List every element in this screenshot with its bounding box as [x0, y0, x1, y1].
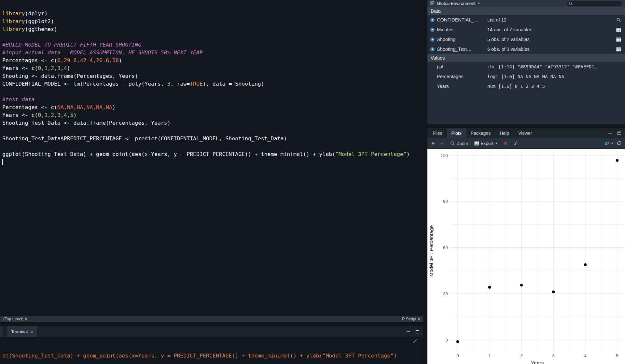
env-row[interactable]: palchr [1:14] "#899DA4" "#C93312" "#FAEF… [427, 62, 625, 72]
x-tick-label: 3 [552, 353, 554, 358]
plots-toolbar: Zoom Export × [427, 138, 625, 149]
code-line[interactable]: Years <- c(0,1,2,3,4) [2, 64, 423, 72]
export-image-icon [474, 141, 479, 146]
env-row[interactable]: Shooting5 obs. of 2 variables [427, 35, 625, 44]
broom-icon [513, 141, 518, 146]
export-button[interactable]: Export [474, 141, 498, 146]
minimize-icon[interactable] [607, 131, 613, 136]
table-view-icon[interactable] [616, 37, 621, 42]
remove-plot-button[interactable]: × [504, 140, 507, 146]
object-value: logi [1:6] NA NA NA NA NA NA [487, 74, 621, 79]
object-value: List of 12 [487, 17, 614, 22]
environment-cube-icon [430, 1, 435, 7]
code-line[interactable]: Shooting <- data.frame(Percentages, Year… [2, 72, 423, 80]
source-editor-pane[interactable]: library(dplyr)library(ggplot2)library(gg… [0, 0, 423, 322]
object-value: 14 obs. of 7 variables [487, 27, 614, 32]
remove-plot-x-icon: × [504, 140, 507, 146]
code-line[interactable]: library(ggthemes) [2, 25, 423, 33]
object-name: pal [437, 64, 485, 69]
expand-icon[interactable] [430, 37, 435, 42]
object-name: Shooting [437, 37, 485, 42]
expand-icon[interactable] [430, 18, 435, 22]
file-type-button[interactable]: R Script [402, 317, 420, 321]
environment-scope-selector[interactable]: Global Environment [437, 1, 480, 6]
object-value: num [1:6] 0 1 2 3 4 5 [487, 84, 621, 89]
code-line[interactable] [2, 33, 423, 41]
env-row[interactable]: Shooting_Test…6 obs. of 3 variables [427, 44, 625, 54]
environment-search-input[interactable] [574, 1, 620, 6]
data-point [584, 263, 587, 266]
code-line[interactable] [2, 88, 423, 96]
expand-icon[interactable] [430, 28, 435, 32]
code-line[interactable]: library(dplyr) [2, 10, 423, 18]
code-line[interactable]: #BUILD MODEL TO PREDICT FIFTH YEAR SHOOT… [2, 41, 423, 49]
forward-button[interactable] [439, 141, 444, 146]
zoom-label: Zoom [457, 141, 468, 146]
object-name: Percentages [437, 74, 485, 79]
code-line[interactable]: Percentages <- c(NA,NA,NA,NA,NA,NA) [2, 104, 423, 111]
back-arrow-icon [431, 141, 436, 146]
chevron-down-icon [478, 3, 480, 4]
object-value: 6 obs. of 3 variables [487, 47, 614, 52]
export-label: Export [481, 141, 493, 146]
code-line[interactable]: library(ggplot2) [2, 18, 423, 25]
terminal-tab-bar: Terminal × [0, 326, 423, 337]
code-line[interactable]: #input actual data - MODEL ASSUMPTION, H… [2, 49, 423, 57]
zoom-magnifier-icon [450, 141, 455, 146]
tab-files[interactable]: Files [428, 128, 447, 138]
environment-search-box[interactable] [566, 1, 622, 6]
maximize-icon[interactable] [415, 329, 420, 334]
env-row[interactable]: Percentageslogi [1:6] NA NA NA NA NA NA [427, 72, 625, 81]
object-value: chr [1:14] "#899DA4" "#C93312" "#FAEFD1… [487, 64, 621, 69]
code-line[interactable]: Shooting_Test_Data$PREDICT_PERCENTAGE <-… [2, 135, 423, 143]
env-section-header: Data [427, 7, 625, 15]
tab-terminal[interactable]: Terminal × [7, 326, 37, 337]
terminal-body[interactable]: ot(Shooting_Test_Data) + geom_point(aes(… [0, 337, 423, 364]
plots-tab-bar: FilesPlotsPackagesHelpViewer [427, 128, 625, 138]
tab-viewer[interactable]: Viewer [514, 128, 537, 138]
object-name: Minutes [437, 27, 485, 32]
data-point [488, 286, 491, 289]
code-area[interactable]: library(dplyr)library(ggplot2)library(gg… [2, 10, 423, 166]
tab-help[interactable]: Help [495, 128, 514, 138]
close-icon[interactable]: × [31, 329, 33, 334]
code-line[interactable]: Shooting_Test_Data <- data.frame(Percent… [2, 119, 423, 127]
scope-navigator-label: (Top Level) [3, 317, 23, 321]
publish-button[interactable] [604, 141, 614, 146]
refresh-button[interactable] [617, 141, 622, 146]
x-tick-label: 1 [488, 353, 491, 358]
chevron-down-icon [495, 143, 498, 144]
object-name: CONFIDENTIAL_… [437, 17, 485, 22]
text-cursor [2, 159, 3, 165]
terminal-pane: Terminal × ot(Shooting_Test_Data) + geom… [0, 326, 423, 364]
tab-packages[interactable]: Packages [466, 128, 495, 138]
env-row[interactable]: Yearsnum [1:6] 0 1 2 3 4 5 [427, 81, 625, 91]
table-view-icon[interactable] [616, 47, 621, 51]
code-line[interactable] [2, 143, 423, 150]
env-section-header: Values [427, 54, 625, 62]
code-line[interactable] [2, 127, 423, 135]
env-row[interactable]: CONFIDENTIAL_…List of 12 [427, 15, 625, 25]
maximize-icon[interactable] [617, 131, 622, 136]
inspect-icon[interactable] [616, 18, 621, 22]
code-line[interactable]: ggplot(Shooting_Test_Data) + geom_point(… [2, 150, 423, 158]
code-line[interactable]: Percentages <- c(0,29.6,42.4,26.6,50) [2, 57, 423, 64]
code-line[interactable] [2, 158, 423, 166]
code-line[interactable]: Years <- c(0,1,2,3,4,5) [2, 111, 423, 119]
clear-plots-button[interactable] [513, 141, 518, 146]
minimize-icon[interactable] [406, 329, 411, 334]
console-tab-partial[interactable] [0, 326, 3, 337]
tab-plots[interactable]: Plots [447, 128, 466, 138]
table-view-icon[interactable] [616, 28, 621, 32]
environment-toolbar: Global Environment [427, 0, 625, 7]
code-line[interactable]: CONFIDENTIAL_MODEL <- lm(Percentages ~ p… [2, 80, 423, 88]
env-row[interactable]: Minutes14 obs. of 7 variables [427, 25, 625, 35]
environment-pane: Global Environment DataCONFIDENTIAL_…Lis… [427, 0, 625, 124]
code-line[interactable]: #test data [2, 96, 423, 104]
terminal-tab-label: Terminal [11, 329, 28, 334]
zoom-button[interactable]: Zoom [450, 141, 468, 146]
expand-icon[interactable] [430, 47, 435, 51]
plots-pane: FilesPlotsPackagesHelpViewer [427, 128, 625, 364]
back-button[interactable] [431, 141, 436, 146]
scope-navigator-button[interactable]: (Top Level) [3, 317, 27, 321]
